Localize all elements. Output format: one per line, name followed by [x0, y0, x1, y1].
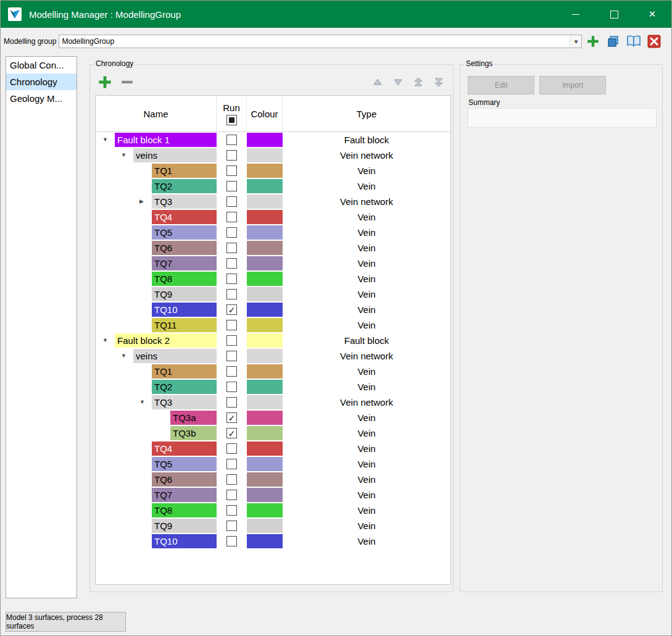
colour-swatch[interactable] — [247, 441, 283, 456]
table-row[interactable]: TQ5Vein — [96, 225, 450, 240]
run-checkbox[interactable] — [226, 258, 237, 269]
run-checkbox[interactable] — [226, 474, 237, 485]
add-row-button[interactable] — [96, 73, 114, 91]
colour-swatch[interactable] — [247, 195, 283, 209]
colour-swatch[interactable] — [247, 241, 283, 255]
colour-swatch[interactable] — [247, 472, 283, 487]
colour-swatch[interactable] — [247, 164, 283, 178]
minimize-button[interactable] — [557, 1, 595, 28]
sidebar-item-global-constraints[interactable]: Global Con... — [6, 57, 77, 73]
expander-icon[interactable]: ▶ — [139, 194, 144, 209]
table-row[interactable]: TQ3b✓Vein — [96, 425, 450, 441]
remove-row-button[interactable] — [118, 73, 136, 91]
colour-swatch[interactable] — [247, 333, 283, 348]
colour-swatch[interactable] — [247, 380, 283, 394]
colour-swatch[interactable] — [247, 488, 283, 502]
table-row[interactable]: TQ7Vein — [96, 487, 450, 503]
colour-swatch[interactable] — [247, 287, 283, 301]
table-row[interactable]: ▼Fault block 1Fault block — [96, 132, 450, 148]
run-checkbox[interactable] — [226, 521, 237, 531]
table-row[interactable]: TQ2Vein — [96, 379, 450, 395]
colour-swatch[interactable] — [247, 411, 283, 425]
run-checkbox[interactable] — [226, 196, 237, 207]
import-button[interactable]: Import — [539, 76, 606, 94]
run-all-checkbox[interactable] — [226, 115, 237, 125]
delete-group-button[interactable] — [645, 32, 663, 51]
table-row[interactable]: TQ6Vein — [96, 240, 450, 256]
table-row[interactable]: TQ9Vein — [96, 287, 450, 302]
colour-swatch[interactable] — [247, 426, 283, 440]
run-checkbox[interactable] — [226, 274, 237, 284]
maximize-button[interactable] — [595, 1, 633, 28]
edit-button[interactable]: Edit — [468, 76, 534, 94]
table-row[interactable]: TQ5Vein — [96, 456, 450, 472]
colour-swatch[interactable] — [247, 256, 283, 270]
expander-icon[interactable]: ▼ — [102, 333, 108, 348]
run-checkbox[interactable] — [226, 490, 237, 500]
expander-icon[interactable]: ▼ — [121, 348, 127, 364]
run-checkbox[interactable]: ✓ — [226, 428, 237, 438]
run-checkbox[interactable] — [226, 459, 237, 469]
table-row[interactable]: TQ8Vein — [96, 271, 450, 287]
run-checkbox[interactable] — [226, 243, 237, 253]
add-group-button[interactable] — [584, 32, 602, 51]
run-checkbox[interactable] — [226, 135, 237, 145]
run-checkbox[interactable]: ✓ — [226, 412, 237, 423]
move-top-button[interactable] — [410, 75, 426, 89]
colour-swatch[interactable] — [247, 457, 283, 471]
colour-swatch[interactable] — [247, 225, 283, 240]
colour-swatch[interactable] — [247, 395, 283, 409]
run-checkbox[interactable] — [226, 366, 237, 377]
table-row[interactable]: ▼Fault block 2Fault block — [96, 333, 450, 348]
table-row[interactable]: TQ10✓Vein — [96, 302, 450, 317]
sidebar-item-geology-model[interactable]: Geology M... — [6, 90, 77, 107]
move-up-button[interactable] — [370, 75, 386, 89]
run-checkbox[interactable] — [226, 351, 237, 361]
copy-group-button[interactable] — [604, 32, 623, 51]
move-bottom-button[interactable] — [431, 75, 447, 89]
table-row[interactable]: ▼TQ3Vein network — [96, 395, 450, 410]
table-row[interactable]: TQ4Vein — [96, 441, 450, 456]
colour-swatch[interactable] — [247, 318, 283, 332]
table-row[interactable]: TQ9Vein — [96, 518, 450, 533]
table-row[interactable]: TQ8Vein — [96, 503, 450, 518]
run-checkbox[interactable] — [226, 505, 237, 516]
colour-swatch[interactable] — [247, 210, 283, 224]
colour-swatch[interactable] — [247, 349, 283, 363]
open-book-button[interactable] — [624, 32, 643, 51]
table-row[interactable]: TQ10Vein — [96, 533, 450, 549]
colour-swatch[interactable] — [247, 364, 283, 379]
table-row[interactable]: TQ6Vein — [96, 472, 450, 487]
run-checkbox[interactable] — [226, 227, 237, 238]
expander-icon[interactable]: ▼ — [121, 148, 127, 163]
expander-icon[interactable]: ▼ — [102, 132, 108, 148]
table-row[interactable]: ▶TQ3Vein network — [96, 194, 450, 209]
close-button[interactable]: ✕ — [633, 1, 671, 28]
table-row[interactable]: ▼veinsVein network — [96, 348, 450, 364]
colour-swatch[interactable] — [247, 133, 283, 147]
table-row[interactable]: TQ3a✓Vein — [96, 410, 450, 425]
sidebar-item-chronology[interactable]: Chronology — [6, 73, 77, 90]
table-row[interactable]: TQ11Vein — [96, 317, 450, 333]
move-down-button[interactable] — [390, 75, 406, 89]
expander-icon[interactable]: ▼ — [139, 395, 145, 410]
run-checkbox[interactable] — [226, 443, 237, 454]
colour-swatch[interactable] — [247, 272, 283, 286]
run-checkbox[interactable] — [226, 165, 237, 176]
table-row[interactable]: ▼veinsVein network — [96, 148, 450, 163]
run-checkbox[interactable] — [226, 382, 237, 392]
chevron-down-icon[interactable]: ▾ — [570, 35, 581, 48]
run-checkbox[interactable] — [226, 335, 237, 346]
table-row[interactable]: TQ1Vein — [96, 163, 450, 178]
run-checkbox[interactable] — [226, 212, 237, 222]
run-checkbox[interactable] — [226, 397, 237, 408]
modelling-group-combobox[interactable]: ModellingGroup ▾ — [59, 35, 582, 48]
table-row[interactable]: TQ2Vein — [96, 178, 450, 194]
table-row[interactable]: TQ7Vein — [96, 256, 450, 271]
colour-swatch[interactable] — [247, 519, 283, 533]
colour-swatch[interactable] — [247, 303, 283, 317]
colour-swatch[interactable] — [247, 148, 283, 162]
table-row[interactable]: TQ4Vein — [96, 209, 450, 225]
run-checkbox[interactable] — [226, 320, 237, 330]
colour-swatch[interactable] — [247, 179, 283, 193]
